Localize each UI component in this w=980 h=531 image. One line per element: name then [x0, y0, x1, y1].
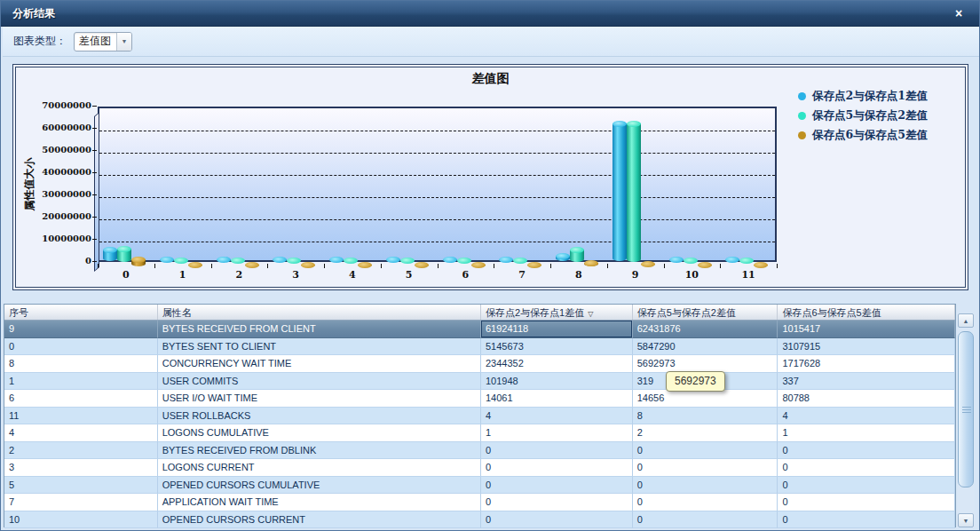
- table-cell: 61924118: [481, 321, 633, 338]
- y-tick-mark: [92, 128, 97, 129]
- bar-保存点2与保存点1差值-cat1[interactable]: [160, 259, 174, 261]
- table-row[interactable]: 3LOGONS CURRENT000: [4, 459, 955, 477]
- bar-保存点2与保存点1差值-cat8[interactable]: [556, 256, 570, 261]
- table-row[interactable]: 8CONCURRENCY WAIT TIME234435256929731717…: [4, 355, 955, 373]
- bar-保存点2与保存点1差值-cat7[interactable]: [499, 259, 513, 261]
- bar-保存点5与保存点2差值-cat8[interactable]: [570, 250, 584, 262]
- column-header-2[interactable]: 保存点2与保存点1差值▽: [481, 305, 633, 320]
- y-tick-label: 10000000: [28, 234, 91, 243]
- bar-保存点6与保存点5差值-cat9[interactable]: [641, 264, 655, 266]
- y-tick-mark: [92, 261, 97, 262]
- table-row[interactable]: 6USER I/O WAIT TIME140611465680788: [4, 390, 955, 408]
- x-tick-mark: [664, 264, 665, 268]
- bar-保存点6与保存点5差值-cat10[interactable]: [698, 265, 712, 266]
- bar-保存点6与保存点5差值-cat6[interactable]: [471, 265, 486, 266]
- bar-保存点5与保存点2差值-cat9[interactable]: [627, 123, 641, 262]
- dialog-title: 分析结果: [1, 6, 55, 21]
- table-cell: 0: [481, 511, 633, 529]
- bar-cap: [117, 246, 131, 252]
- scroll-down-icon[interactable]: ▼: [958, 513, 974, 527]
- column-header-0[interactable]: 序号: [4, 305, 158, 320]
- table-row[interactable]: 2BYTES RECEIVED FROM DBLINK000: [4, 442, 955, 460]
- x-tick-label: 11: [731, 269, 766, 281]
- bar-保存点6与保存点5差值-cat8[interactable]: [584, 263, 598, 266]
- bar-保存点5与保存点2差值-cat10[interactable]: [684, 260, 698, 262]
- bar-保存点2与保存点1差值-cat2[interactable]: [217, 259, 231, 261]
- table-cell: 0: [778, 459, 955, 477]
- y-tick-mark: [92, 106, 97, 107]
- bar-保存点6与保存点5差值-cat0[interactable]: [131, 259, 146, 266]
- chart-title: 差值图: [13, 71, 968, 87]
- legend-item: 保存点2与保存点1差值: [798, 86, 928, 106]
- table-cell: USER I/O WAIT TIME: [158, 390, 481, 408]
- bar-保存点6与保存点5差值-cat2[interactable]: [245, 265, 259, 266]
- bar-保存点5与保存点2差值-cat6[interactable]: [457, 260, 471, 262]
- bar-保存点5与保存点2差值-cat0[interactable]: [117, 249, 131, 262]
- bar-保存点6与保存点5差值-cat4[interactable]: [358, 265, 372, 266]
- bar-保存点2与保存点1差值-cat5[interactable]: [386, 259, 400, 261]
- table-row[interactable]: 5OPENED CURSORS CUMULATIVE000: [4, 477, 955, 495]
- bar-cap: [739, 258, 754, 264]
- scrollbar-thumb[interactable]: [958, 331, 974, 487]
- table-row[interactable]: 7APPLICATION WAIT TIME000: [4, 494, 955, 511]
- bar-保存点5与保存点2差值-cat11[interactable]: [739, 260, 754, 262]
- bar-保存点5与保存点2差值-cat2[interactable]: [231, 260, 245, 262]
- table-cell: 4: [778, 408, 955, 425]
- table-cell: LOGONS CURRENT: [158, 459, 481, 477]
- y-tick-mark: [92, 217, 97, 218]
- x-tick-label: 9: [618, 269, 653, 281]
- bar-cap: [400, 258, 415, 264]
- table-row[interactable]: 1USER COMMITS101948319337: [4, 373, 955, 391]
- vertical-scrollbar[interactable]: ▲ ▼: [957, 313, 975, 527]
- x-tick-mark: [777, 264, 778, 268]
- table-cell: 0: [633, 442, 778, 460]
- table-row[interactable]: 4LOGONS CUMULATIVE121: [4, 424, 955, 442]
- bar-保存点5与保存点2差值-cat4[interactable]: [344, 260, 358, 262]
- bar-保存点6与保存点5差值-cat1[interactable]: [188, 265, 202, 266]
- column-header-4[interactable]: 保存点6与保存点5差值: [778, 305, 955, 320]
- bar-保存点6与保存点5差值-cat5[interactable]: [415, 265, 429, 266]
- legend-dot-icon: [798, 112, 806, 120]
- x-tick-mark: [550, 264, 551, 268]
- close-icon[interactable]: ×: [951, 6, 967, 22]
- bar-保存点2与保存点1差值-cat10[interactable]: [669, 259, 684, 261]
- scroll-up-icon[interactable]: ▲: [958, 313, 974, 328]
- bar-保存点2与保存点1差值-cat9[interactable]: [612, 123, 627, 261]
- bar-保存点6与保存点5差值-cat11[interactable]: [754, 265, 768, 266]
- bar-cap: [131, 257, 146, 263]
- bar-cap: [329, 257, 344, 263]
- bar-保存点2与保存点1差值-cat11[interactable]: [725, 259, 739, 261]
- bar-cap: [725, 257, 739, 263]
- bar-保存点6与保存点5差值-cat3[interactable]: [301, 265, 315, 266]
- bar-保存点6与保存点5差值-cat7[interactable]: [527, 265, 541, 266]
- x-tick-mark: [607, 264, 608, 268]
- table-row[interactable]: 0BYTES SENT TO CLIENT5145673584729031079…: [4, 338, 955, 356]
- table-row[interactable]: 9BYTES RECEIVED FROM CLIENT6192411862431…: [4, 321, 955, 338]
- table-row[interactable]: 10OPENED CURSORS CURRENT000: [4, 511, 955, 529]
- bar-保存点5与保存点2差值-cat3[interactable]: [287, 260, 301, 262]
- bar-cap: [513, 258, 527, 264]
- table-row[interactable]: 11USER ROLLBACKS484: [4, 408, 955, 425]
- x-tick-mark: [438, 264, 439, 268]
- table-cell: 3107915: [778, 338, 955, 356]
- bar-保存点2与保存点1差值-cat4[interactable]: [329, 259, 344, 261]
- bar-保存点5与保存点2差值-cat5[interactable]: [400, 260, 415, 262]
- x-tick-label: 8: [561, 269, 597, 281]
- table-cell: 1717628: [778, 355, 955, 373]
- chart-type-toolbar: 图表类型： 差值图 ▼: [3, 27, 979, 57]
- table-cell: BYTES RECEIVED FROM DBLINK: [158, 442, 481, 460]
- bar-保存点2与保存点1差值-cat3[interactable]: [273, 259, 287, 261]
- x-tick-label: 0: [108, 269, 144, 281]
- table-cell: 14061: [481, 390, 633, 408]
- bar-cap: [287, 258, 301, 264]
- column-header-3[interactable]: 保存点5与保存点2差值: [633, 305, 778, 320]
- bar-保存点5与保存点2差值-cat7[interactable]: [513, 260, 527, 262]
- column-header-1[interactable]: 属性名: [158, 305, 481, 320]
- bar-保存点2与保存点1差值-cat0[interactable]: [103, 250, 117, 261]
- bar-保存点2与保存点1差值-cat6[interactable]: [443, 259, 457, 261]
- chevron-down-icon[interactable]: ▼: [116, 33, 131, 51]
- bar-保存点5与保存点2差值-cat1[interactable]: [174, 260, 188, 262]
- x-tick-label: 1: [165, 269, 201, 281]
- legend-item: 保存点6与保存点5差值: [798, 125, 928, 145]
- chart-type-dropdown[interactable]: 差值图 ▼: [74, 32, 132, 52]
